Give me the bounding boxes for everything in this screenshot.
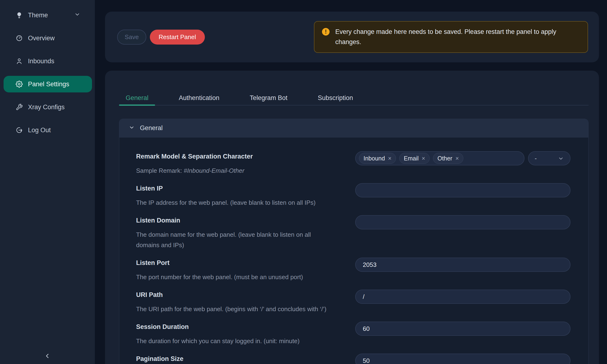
restart-panel-button[interactable]: Restart Panel (150, 30, 205, 45)
sidebar-item-inbounds[interactable]: Inbounds (3, 53, 92, 69)
sidebar-item-label: Theme (28, 12, 48, 19)
separator-select-value: - (535, 155, 537, 162)
settings-card: General Authentication Telegram Bot Subs… (105, 71, 599, 364)
chevron-down-icon (558, 156, 564, 161)
remove-tag-icon[interactable]: × (388, 156, 392, 161)
field-description: The duration for which you can stay logg… (136, 336, 346, 346)
field-label: Session Duration (136, 323, 346, 331)
app-root: Theme Overview Inbounds Panel Settings (0, 0, 607, 364)
separator-select[interactable]: - (528, 151, 570, 165)
sidebar-collapse-button[interactable] (42, 351, 53, 362)
remark-model-multiselect[interactable]: Inbound × Email × Other × (355, 151, 525, 165)
exclamation-circle-icon: ! (322, 28, 330, 36)
person-icon (16, 58, 23, 65)
toolbar-card: Save Restart Panel ! Every change made h… (105, 12, 599, 62)
field-row-pagination-size: Pagination Size (136, 355, 570, 364)
sidebar-item-overview[interactable]: Overview (3, 30, 92, 46)
sidebar-item-panel-settings[interactable]: Panel Settings (3, 76, 92, 92)
sidebar-item-theme[interactable]: Theme (3, 7, 92, 24)
tab-general[interactable]: General (119, 94, 155, 105)
sidebar: Theme Overview Inbounds Panel Settings (0, 0, 95, 364)
settings-rows: Remark Model & Separation Character Samp… (119, 137, 588, 364)
sidebar-item-label: Inbounds (28, 58, 54, 65)
sidebar-item-label: Log Out (28, 127, 51, 134)
tabs: General Authentication Telegram Bot Subs… (119, 71, 589, 105)
field-row-listen-domain: Listen Domain The domain name for the we… (136, 217, 570, 250)
sidebar-item-label: Xray Configs (28, 104, 65, 111)
field-label: URI Path (136, 291, 346, 299)
section-title: General (140, 124, 163, 132)
tab-subscription[interactable]: Subscription (311, 94, 360, 105)
tag-inbound: Inbound × (359, 153, 396, 164)
save-button[interactable]: Save (117, 30, 146, 45)
field-row-listen-port: Listen Port The port number for the web … (136, 259, 570, 282)
warning-alert-text: Every change made here needs to be saved… (335, 27, 575, 47)
session-duration-input[interactable] (355, 322, 570, 336)
gauge-icon (16, 35, 23, 42)
gear-icon (16, 80, 23, 88)
lightbulb-icon (16, 12, 23, 19)
field-description: The IP address for the web panel. (leave… (136, 197, 346, 208)
sidebar-item-xray-configs[interactable]: Xray Configs (3, 99, 92, 116)
tab-telegram-bot[interactable]: Telegram Bot (243, 94, 294, 105)
listen-ip-input[interactable] (355, 183, 570, 197)
field-description: The URI path for the web panel. (begins … (136, 304, 346, 314)
chevron-down-icon (74, 11, 80, 19)
sidebar-item-log-out[interactable]: Log Out (3, 122, 92, 138)
uri-path-input[interactable] (355, 290, 570, 304)
warning-alert: ! Every change made here needs to be sav… (314, 21, 588, 53)
sidebar-item-label: Overview (28, 35, 55, 42)
remove-tag-icon[interactable]: × (422, 156, 425, 161)
field-label: Listen IP (136, 185, 346, 192)
tag-email: Email × (399, 153, 430, 164)
field-label: Listen Port (136, 259, 346, 267)
logout-icon (16, 127, 23, 134)
field-description: The port number for the web panel. (must… (136, 272, 346, 282)
field-row-listen-ip: Listen IP The IP address for the web pan… (136, 185, 570, 208)
field-label: Remark Model & Separation Character (136, 153, 346, 160)
remove-tag-icon[interactable]: × (455, 156, 459, 161)
tab-authentication[interactable]: Authentication (172, 94, 226, 105)
listen-domain-input[interactable] (355, 215, 570, 229)
chevron-left-icon (44, 352, 51, 361)
listen-port-input[interactable] (355, 258, 570, 272)
general-section: General Remark Model & Separation Charac… (119, 119, 589, 364)
field-label: Listen Domain (136, 217, 346, 224)
field-row-remark-model: Remark Model & Separation Character Samp… (136, 153, 570, 176)
field-description: The domain name for the web panel. (leav… (136, 229, 330, 250)
general-section-header[interactable]: General (119, 119, 588, 137)
sidebar-item-label: Panel Settings (28, 80, 69, 88)
field-label: Pagination Size (136, 355, 346, 363)
field-row-uri-path: URI Path The URI path for the web panel.… (136, 291, 570, 314)
field-description: Sample Remark: #Inbound-Email-Other (136, 165, 346, 176)
wrench-icon (16, 104, 23, 111)
main-content: Save Restart Panel ! Every change made h… (95, 0, 607, 364)
field-row-session-duration: Session Duration The duration for which … (136, 323, 570, 346)
pagination-size-input[interactable] (355, 353, 570, 364)
tag-other: Other × (433, 153, 463, 164)
chevron-down-icon (129, 124, 135, 132)
